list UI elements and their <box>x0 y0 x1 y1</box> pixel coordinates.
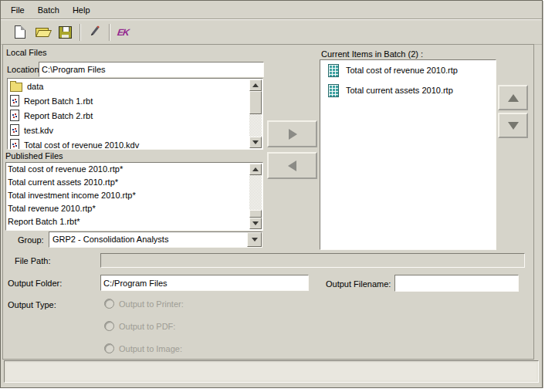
output-folder-input[interactable] <box>100 275 309 291</box>
table-icon <box>328 64 339 77</box>
radio-option: Output to Image: <box>104 343 182 353</box>
chevron-down-icon <box>252 238 258 245</box>
new-button[interactable] <box>11 23 29 42</box>
published-files-scrollbar[interactable] <box>249 164 262 229</box>
toolbar-separator <box>80 24 80 41</box>
output-folder-label: Output Folder: <box>8 279 62 288</box>
toolbar: EK <box>1 19 542 45</box>
published-file-row[interactable]: Total investment income 2010.rtp* <box>6 189 262 202</box>
location-input[interactable] <box>39 62 264 77</box>
radio-option-label: Output to Printer: <box>119 299 184 309</box>
app-logo-icon: EK <box>117 27 130 38</box>
file-row[interactable]: Report Batch 2.rbt <box>8 108 262 123</box>
combo-dropdown-button[interactable] <box>247 232 262 247</box>
output-filename-input[interactable] <box>394 275 519 292</box>
group-label: Group: <box>18 235 44 245</box>
file-name: Report Batch 2.rbt <box>24 111 93 120</box>
batch-item-row[interactable]: Total current assets 2010.rtp <box>320 80 496 100</box>
radio-option-label: Output to PDF: <box>119 322 175 331</box>
file-path-field <box>100 253 525 268</box>
status-text <box>6 363 537 380</box>
arrow-left-icon <box>283 161 296 171</box>
published-file-row[interactable]: Total cost of revenue 2010.rtp* <box>6 163 262 176</box>
local-files-scrollbar[interactable] <box>249 79 262 148</box>
radio-option: Output to PDF: <box>104 321 175 331</box>
published-file-row[interactable]: Report Batch 1.rbt* <box>6 215 262 228</box>
batch-item-name: Total cost of revenue 2010.rtp <box>346 66 458 75</box>
triangle-up-icon <box>252 80 259 87</box>
status-bar <box>4 360 539 383</box>
published-file-row[interactable]: Total current assets 2010.rtp* <box>6 176 262 189</box>
menu-bar: File Batch Help <box>1 1 542 19</box>
open-button[interactable] <box>33 23 52 42</box>
save-button[interactable] <box>56 23 74 42</box>
radio-button[interactable] <box>104 321 114 331</box>
report-file-icon <box>10 139 19 150</box>
menu-item-help[interactable]: Help <box>73 5 90 15</box>
arrow-down-icon <box>508 122 519 135</box>
file-name: Total cost of revenue 2010.kdv <box>24 140 139 150</box>
scrollbar-thumb[interactable] <box>249 210 262 218</box>
folder-icon <box>10 83 22 92</box>
app-window: File Batch Help EK Loc <box>0 0 543 388</box>
open-folder-icon <box>36 27 50 37</box>
published-file-row[interactable]: Total revenue 2010.rtp* <box>6 202 262 215</box>
file-row[interactable]: Report Batch 1.rbt <box>8 93 262 108</box>
file-name: Report Batch 1.rbt <box>24 96 93 106</box>
batch-list[interactable]: Total cost of revenue 2010.rtpTotal curr… <box>320 59 496 250</box>
published-files-list[interactable]: Total cost of revenue 2010.rtp*Total cur… <box>5 162 263 231</box>
radio-option: Output to Printer: <box>104 299 184 309</box>
group-combobox[interactable]: GRP2 - Consolidation Analysts <box>49 231 262 248</box>
radio-option-label: Output to Image: <box>119 344 182 353</box>
triangle-down-icon <box>252 140 259 147</box>
save-icon <box>59 26 72 39</box>
menu-item-batch[interactable]: Batch <box>38 5 59 15</box>
edit-button[interactable] <box>85 23 103 42</box>
batch-item-row[interactable]: Total cost of revenue 2010.rtp <box>320 60 496 80</box>
batch-label: Current Items in Batch (2) : <box>321 49 423 59</box>
remove-from-batch-button[interactable] <box>267 152 317 179</box>
radio-button[interactable] <box>104 299 114 309</box>
move-up-button[interactable] <box>498 85 528 110</box>
arrow-up-icon <box>508 89 519 102</box>
report-file-icon <box>10 95 19 106</box>
local-files-label: Local Files <box>6 48 47 57</box>
pencil-icon <box>88 25 100 39</box>
report-file-icon <box>10 124 19 136</box>
published-files-label: Published Files <box>5 151 63 161</box>
radio-button[interactable] <box>104 343 114 353</box>
main-panel: Local Files Location: dataReport Batch 1… <box>2 44 534 360</box>
batch-item-name: Total current assets 2010.rtp <box>346 86 453 95</box>
file-row[interactable]: data <box>8 79 262 93</box>
report-file-icon <box>10 110 19 121</box>
triangle-down-icon <box>252 221 259 228</box>
file-path-label: File Path: <box>15 256 50 265</box>
file-row[interactable]: test.kdv <box>8 123 262 137</box>
file-name: test.kdv <box>24 126 53 135</box>
scroll-up-button[interactable] <box>249 79 262 91</box>
output-type-label: Output Type: <box>8 300 56 309</box>
group-value: GRP2 - Consolidation Analysts <box>52 235 168 244</box>
local-files-list[interactable]: dataReport Batch 1.rbtReport Batch 2.rbt… <box>7 78 263 150</box>
file-row[interactable]: Total cost of revenue 2010.kdv <box>8 137 262 150</box>
scroll-up-button[interactable] <box>249 164 262 175</box>
move-down-button[interactable] <box>498 113 528 138</box>
scroll-down-button[interactable] <box>249 218 262 229</box>
toolbar-separator <box>109 24 110 41</box>
new-document-icon <box>15 25 25 39</box>
output-filename-label: Output Filename: <box>326 279 391 289</box>
scroll-down-button[interactable] <box>249 137 262 148</box>
menu-item-file[interactable]: File <box>11 5 25 15</box>
table-icon <box>328 84 339 97</box>
file-name: data <box>27 82 43 91</box>
add-to-batch-button[interactable] <box>267 120 317 147</box>
triangle-up-icon <box>252 164 259 171</box>
location-label: Location: <box>7 65 42 74</box>
scrollbar-thumb[interactable] <box>249 91 262 114</box>
arrow-right-icon <box>289 129 303 140</box>
